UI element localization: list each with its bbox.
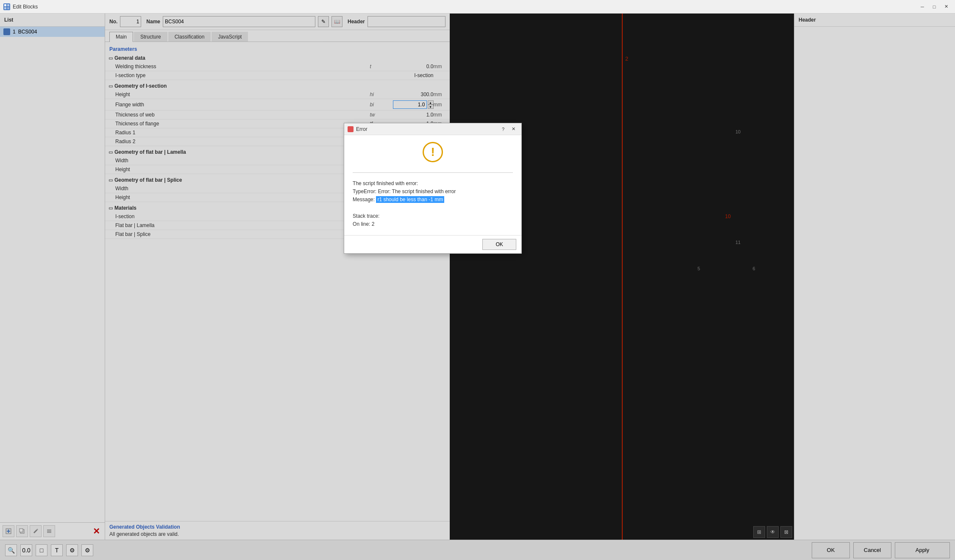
dialog-line-3: Message: r1 should be less than -1 mm	[353, 196, 513, 204]
svg-rect-2	[4, 7, 6, 9]
svg-rect-0	[4, 4, 6, 6]
window-title: Edit Blocks	[13, 4, 38, 10]
dialog-overlay: Error ? ✕ ! The script finished with err…	[0, 14, 955, 560]
dialog-help-button[interactable]: ?	[498, 125, 508, 133]
svg-rect-3	[7, 7, 9, 9]
dialog-title-bar: Error ? ✕	[344, 123, 521, 135]
app-icon	[3, 3, 10, 10]
dialog-close-button[interactable]: ✕	[509, 125, 518, 133]
error-dialog: Error ? ✕ ! The script finished with err…	[344, 123, 522, 254]
dialog-warning-icon: !	[423, 142, 443, 162]
title-bar: Edit Blocks ─ □ ✕	[0, 0, 955, 14]
dialog-error-icon	[348, 126, 354, 132]
window-controls: ─ □ ✕	[917, 2, 952, 11]
dialog-line-online: On line: 2	[353, 220, 513, 228]
svg-rect-1	[7, 4, 9, 6]
dialog-divider	[353, 172, 513, 173]
dialog-title-text: Error	[356, 126, 368, 132]
maximize-button[interactable]: □	[929, 2, 940, 11]
dialog-footer: OK	[344, 235, 521, 253]
dialog-line-stack: Stack trace:	[353, 212, 513, 220]
dialog-ok-button[interactable]: OK	[482, 239, 516, 250]
dialog-line-1: The script finished with error:	[353, 180, 513, 188]
dialog-body: ! The script finished with error: TypeEr…	[344, 135, 521, 235]
dialog-text: The script finished with error: TypeErro…	[353, 180, 513, 228]
title-bar-left: Edit Blocks	[3, 3, 38, 10]
dialog-line-2: TypeError: Error: The script finished wi…	[353, 188, 513, 196]
dialog-highlight: r1 should be less than -1 mm	[376, 196, 444, 203]
minimize-button[interactable]: ─	[917, 2, 928, 11]
close-button[interactable]: ✕	[941, 2, 952, 11]
dialog-title-controls: ? ✕	[498, 125, 518, 133]
dialog-title-left: Error	[348, 126, 368, 132]
